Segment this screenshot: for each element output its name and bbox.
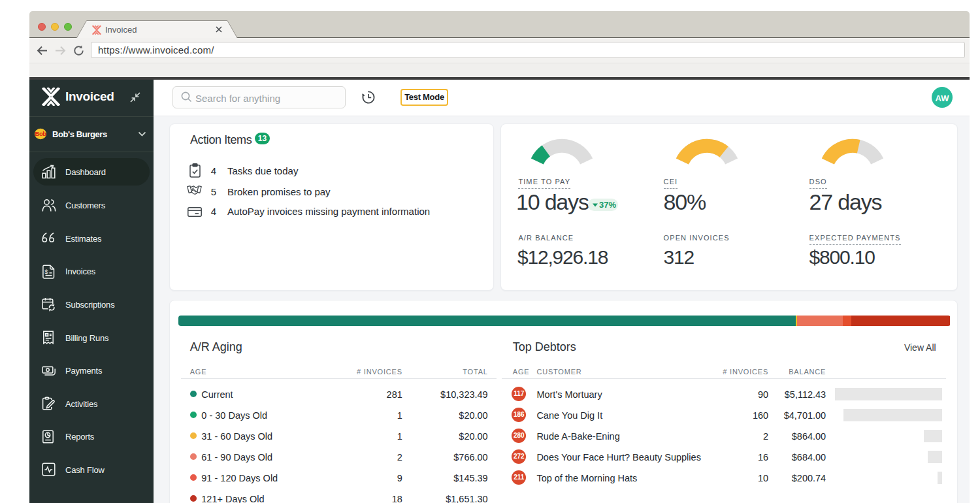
svg-text:$: $	[44, 267, 48, 274]
svg-text:Bob: Bob	[35, 130, 46, 137]
svg-text:$: $	[46, 333, 48, 336]
